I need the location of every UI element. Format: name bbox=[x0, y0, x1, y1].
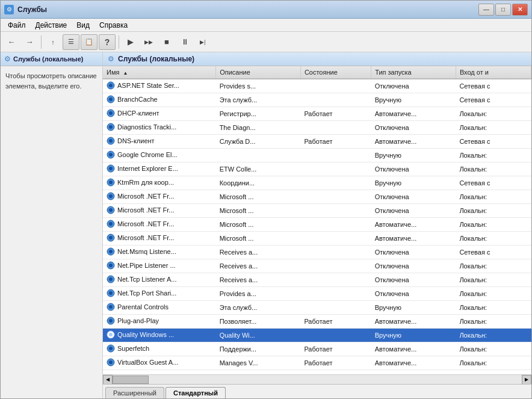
table-row[interactable]: Microsoft .NET Fr...Microsoft ...Отключе… bbox=[103, 190, 531, 204]
svg-point-3 bbox=[109, 97, 113, 101]
service-desc-cell: Регистрир... bbox=[216, 107, 301, 121]
table-row[interactable]: Microsoft .NET Fr...Microsoft ...Отключе… bbox=[103, 204, 531, 218]
svg-point-25 bbox=[109, 250, 113, 253]
minimize-button[interactable]: — bbox=[478, 4, 494, 16]
table-row[interactable]: Parental ControlsЭта служб...ВручнуюЛока… bbox=[103, 301, 531, 315]
svg-point-19 bbox=[109, 208, 113, 212]
table-row[interactable]: Plug-and-PlayПозволяет...РаботаетАвтомат… bbox=[103, 315, 531, 329]
service-desc-cell: The Diagn... bbox=[216, 121, 301, 135]
service-startup-cell: Отключена bbox=[371, 204, 456, 218]
toolbar-separator-1 bbox=[41, 36, 42, 49]
col-startup[interactable]: Тип запуска bbox=[371, 66, 456, 79]
table-row[interactable]: ASP.NET State Ser...Provides s...Отключе… bbox=[103, 79, 531, 93]
service-desc-cell: Provides s... bbox=[216, 79, 301, 93]
table-row[interactable]: Google Chrome El...ВручнуюЛокальн: bbox=[103, 149, 531, 162]
left-panel-header: ⚙ Службы (локальные) bbox=[1, 52, 102, 66]
table-row[interactable]: KtmRm для коор...Координи...ВручнуюСетев… bbox=[103, 176, 531, 190]
service-desc-cell: Microsoft ... bbox=[216, 232, 301, 246]
scroll-left-button[interactable]: ◀ bbox=[103, 375, 113, 385]
service-status-cell: Работает bbox=[300, 315, 371, 329]
menu-action[interactable]: Действие bbox=[31, 20, 72, 31]
col-description[interactable]: Описание bbox=[216, 66, 301, 79]
table-row[interactable]: DHCP-клиентРегистрир...РаботаетАвтоматич… bbox=[103, 107, 531, 121]
window-icon: ⚙ bbox=[4, 5, 14, 14]
svg-point-7 bbox=[109, 125, 113, 129]
stop-button[interactable]: ■ bbox=[158, 34, 175, 50]
table-row[interactable]: Microsoft .NET Fr...Microsoft ...Автомат… bbox=[103, 232, 531, 246]
service-status-cell bbox=[300, 301, 371, 315]
table-row[interactable]: Microsoft .NET Fr...Microsoft ...Автомат… bbox=[103, 218, 531, 232]
main-content: ⚙ Службы (локальные) Чтобы просмотреть о… bbox=[1, 52, 531, 398]
menu-help[interactable]: Справка bbox=[94, 20, 132, 31]
service-startup-cell: Вручную bbox=[371, 301, 456, 315]
close-button[interactable]: ✕ bbox=[512, 4, 528, 16]
service-login-cell: Сетевая с bbox=[456, 176, 531, 190]
left-panel-description: Чтобы просмотреть описание элемента, выд… bbox=[1, 66, 102, 398]
service-startup-cell: Отключена bbox=[371, 162, 456, 176]
table-row[interactable]: Quality Windows ...Quality Wi...ВручнуюЛ… bbox=[103, 329, 531, 342]
service-login-cell: Локальн: bbox=[456, 107, 531, 121]
tab-standard[interactable]: Стандартный bbox=[165, 387, 226, 398]
table-row[interactable]: Net.Tcp Listener A...Receives a...Отключ… bbox=[103, 273, 531, 287]
table-row[interactable]: BranchCacheЭта служб...ВручнуюСетевая с bbox=[103, 93, 531, 107]
service-name-cell: Quality Windows ... bbox=[103, 329, 216, 342]
tab-extended[interactable]: Расширенный bbox=[105, 387, 164, 398]
table-row[interactable]: Net.Msmq Listene...Receives a...Отключен… bbox=[103, 246, 531, 259]
table-row[interactable]: VirtualBox Guest A...Manages V...Работае… bbox=[103, 356, 531, 370]
help-button[interactable]: ? bbox=[99, 34, 116, 50]
service-name-cell: Diagnostics Tracki... bbox=[103, 121, 216, 135]
col-login[interactable]: Вход от и bbox=[456, 66, 531, 79]
table-row[interactable]: SuperfetchПоддержи...РаботаетАвтоматиче.… bbox=[103, 342, 531, 356]
svg-point-15 bbox=[109, 181, 113, 184]
back-button[interactable]: ← bbox=[3, 34, 20, 50]
restart-button[interactable]: ▶| bbox=[194, 34, 211, 50]
service-login-cell: Локальн: bbox=[456, 218, 531, 232]
service-desc-cell: Receives a... bbox=[216, 273, 301, 287]
table-row[interactable]: DNS-клиентСлужба D...РаботаетАвтоматиче.… bbox=[103, 135, 531, 149]
table-row[interactable]: Diagnostics Tracki...The Diagn...Отключе… bbox=[103, 121, 531, 135]
table-row[interactable]: Internet Explorer E...ETW Colle...Отключ… bbox=[103, 162, 531, 176]
play-button[interactable]: ▶ bbox=[122, 34, 139, 50]
service-login-cell: Локальн: bbox=[456, 301, 531, 315]
horizontal-scrollbar[interactable]: ◀ ▶ bbox=[103, 374, 531, 384]
service-desc-cell bbox=[216, 149, 301, 162]
service-desc-cell: Receives a... bbox=[216, 246, 301, 259]
service-status-cell: Работает bbox=[300, 135, 371, 149]
scroll-right-button[interactable]: ▶ bbox=[522, 375, 531, 385]
service-status-cell bbox=[300, 287, 371, 301]
scroll-thumb[interactable] bbox=[113, 376, 149, 384]
show-hide-button[interactable]: ☰ bbox=[63, 34, 79, 50]
services-table-container[interactable]: Имя ▲ Описание Состояние Тип запуска Вхо… bbox=[103, 66, 531, 374]
svg-point-27 bbox=[109, 264, 113, 267]
service-login-cell: Локальн: bbox=[456, 342, 531, 356]
svg-point-21 bbox=[109, 222, 113, 226]
resume-button[interactable]: ▶▶ bbox=[140, 34, 157, 50]
service-name-cell: Net.Tcp Listener A... bbox=[103, 273, 216, 287]
service-status-cell bbox=[300, 329, 371, 342]
maximize-button[interactable]: □ bbox=[495, 4, 511, 16]
service-name-cell: DHCP-клиент bbox=[103, 107, 216, 121]
col-name[interactable]: Имя ▲ bbox=[103, 66, 216, 79]
service-name-cell: Microsoft .NET Fr... bbox=[103, 190, 216, 204]
service-name-cell: BranchCache bbox=[103, 93, 216, 107]
service-login-cell: Локальн: bbox=[456, 121, 531, 135]
service-login-cell: Локальн: bbox=[456, 315, 531, 329]
service-login-cell: Локальн: bbox=[456, 190, 531, 204]
pause-button[interactable]: ⏸ bbox=[176, 34, 193, 50]
forward-button[interactable]: → bbox=[21, 34, 38, 50]
up-button[interactable]: ↑ bbox=[45, 34, 61, 50]
properties-button[interactable]: 📋 bbox=[81, 34, 97, 50]
service-desc-cell: Позволяет... bbox=[216, 315, 301, 329]
col-status[interactable]: Состояние bbox=[300, 66, 371, 79]
service-desc-cell: Координи... bbox=[216, 176, 301, 190]
scroll-track[interactable] bbox=[113, 375, 522, 385]
table-row[interactable]: Net.Tcp Port Shari...Provides a...Отключ… bbox=[103, 287, 531, 301]
service-login-cell: Локальн: bbox=[456, 356, 531, 370]
service-name-cell: Net.Msmq Listene... bbox=[103, 246, 216, 259]
menu-file[interactable]: Файл bbox=[3, 20, 31, 31]
service-startup-cell: Отключена bbox=[371, 190, 456, 204]
menu-view[interactable]: Вид bbox=[72, 20, 94, 31]
service-startup-cell: Вручную bbox=[371, 329, 456, 342]
table-row[interactable]: Net.Pipe Listener ...Receives a...Отключ… bbox=[103, 259, 531, 273]
service-startup-cell: Отключена bbox=[371, 273, 456, 287]
